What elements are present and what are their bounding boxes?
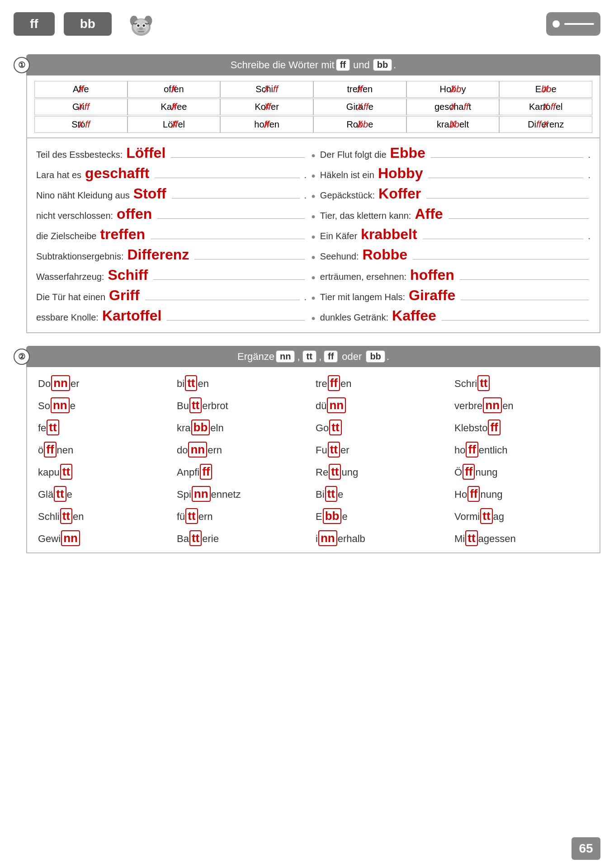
progress-badge <box>546 12 600 36</box>
word-suffix: e <box>338 489 343 500</box>
ex2-word: Schlitten <box>38 508 172 524</box>
word-cell: Ebbe ✗ <box>499 81 592 98</box>
word-suffix: ag <box>493 511 504 523</box>
ex2-word: verbrennen <box>454 397 589 413</box>
top-bar: ff bb <box>0 0 614 48</box>
word-fill: nn <box>192 486 211 502</box>
ex2-word: donnern <box>177 442 311 458</box>
word-grid: Affe ✗ offen ✗ Schiff ✗ treffen ✗ Hobby … <box>26 75 600 138</box>
word-suffix: ern <box>198 511 213 523</box>
word-fill: tt <box>329 464 341 480</box>
answer-row: Die Tür hat einen Griff . ● Tier mit lan… <box>36 287 590 304</box>
word-fill: nn <box>327 397 346 413</box>
word-fill: tt <box>329 420 341 435</box>
word-fill: ff <box>200 464 212 480</box>
word-prefix: Bu <box>177 400 189 412</box>
word-suffix: entlich <box>479 444 508 456</box>
section2-badge-bb: bb <box>366 350 385 363</box>
word-fill: ff <box>466 442 478 458</box>
ex2-word: krabbeln <box>177 420 311 435</box>
ex2-word: treffen <box>316 375 450 391</box>
word-fill: tt <box>60 464 72 480</box>
word-prefix: ö <box>38 444 43 456</box>
ff-button[interactable]: ff <box>14 12 55 36</box>
ex2-word: hoffentlich <box>454 442 589 458</box>
word-prefix: dü <box>316 400 326 412</box>
word-prefix: kra <box>177 422 191 434</box>
section1-badge-bb: bb <box>373 59 392 71</box>
word-prefix: So <box>38 400 50 412</box>
word-prefix: Glä <box>38 489 53 500</box>
word-prefix: Go <box>316 422 329 434</box>
answer-row: Subtraktionsergebnis: Differenz ● Seehun… <box>36 246 590 263</box>
ex2-word: Ebbe <box>316 508 450 524</box>
word-prefix: bi <box>177 378 184 390</box>
word-cell: Griff ✗ <box>34 99 128 115</box>
word-prefix: Bi <box>316 489 325 500</box>
ex2-word: dünn <box>316 397 450 413</box>
word-fill: tt <box>325 486 337 502</box>
raccoon-icon <box>125 8 157 40</box>
ex2-word: Gott <box>316 420 450 435</box>
word-suffix: er <box>340 444 350 456</box>
ex2-word: innerhalb <box>316 530 450 546</box>
word-fill: tt <box>47 420 59 435</box>
word-prefix: ho <box>454 444 465 456</box>
answers-section: Teil des Essbestecks: Löffel ● Der Flut … <box>26 138 600 333</box>
svg-point-9 <box>139 28 143 30</box>
word-cell: Koffer ✗ <box>220 99 313 115</box>
word-fill: nn <box>51 375 70 391</box>
word-fill: bb <box>191 420 210 435</box>
word-prefix: do <box>177 444 188 456</box>
word-prefix: Gewi <box>38 533 61 545</box>
word-prefix: tre <box>316 378 327 390</box>
word-prefix: Klebsto <box>454 422 487 434</box>
ex2-word: fett <box>38 420 172 435</box>
ex2-word: Vormittag <box>454 508 589 524</box>
section1-number: ① <box>14 57 30 73</box>
word-cell: krabbelt ✗ <box>406 116 500 133</box>
word-cell: Hobby ✗ <box>406 81 500 98</box>
word-suffix: erbrot <box>202 400 228 412</box>
word-cell: hoffen ✗ <box>220 116 313 133</box>
section1: ① Schreibe die Wörter mit ff und bb . Af… <box>26 54 600 333</box>
word-row-2: Griff ✗ Kaffee ✗ Koffer ✗ Giraffe ✗ gesc… <box>34 99 592 115</box>
ex2-word: Klebstoff <box>454 420 589 435</box>
word-prefix: Spi <box>177 489 191 500</box>
word-cell: treffen ✗ <box>313 81 406 98</box>
ex2-word: Mittagessen <box>454 530 589 546</box>
word-suffix: e <box>67 489 72 500</box>
word-prefix: Ba <box>177 533 189 545</box>
word-fill: tt <box>465 530 477 546</box>
section2: ② Ergänze nn , tt , ff oder bb . Donnerb… <box>26 346 600 553</box>
word-fill: tt <box>189 530 202 546</box>
word-suffix: nung <box>480 489 502 500</box>
exercise2-body: DonnerbittentreffenSchrittSonneButterbro… <box>26 367 600 553</box>
word-suffix: en <box>340 378 351 390</box>
word-suffix: erie <box>202 533 219 545</box>
word-cell: offen ✗ <box>128 81 221 98</box>
word-prefix: Do <box>38 378 51 390</box>
word-fill: tt <box>185 508 198 524</box>
word-cell: Giraffe ✗ <box>313 99 406 115</box>
answer-row: Teil des Essbestecks: Löffel ● Der Flut … <box>36 145 590 161</box>
ex2-word: Glätte <box>38 486 172 502</box>
section2-badge-nn: nn <box>276 350 295 363</box>
word-prefix: Ö <box>454 467 462 478</box>
answer-row: Nino näht Kleidung aus Stoff . ● Gepäcks… <box>36 185 590 202</box>
word-prefix: Ho <box>454 489 467 500</box>
word-fill: tt <box>60 508 72 524</box>
answer-row: Wasserfahrzeug: Schiff ● erträumen, erse… <box>36 267 590 283</box>
svg-rect-10 <box>138 31 144 33</box>
word-fill: tt <box>477 375 490 391</box>
ex2-word: Futter <box>316 442 450 458</box>
ex2-word: kaputt <box>38 464 172 480</box>
word-suffix: nung <box>475 467 497 478</box>
ex2-word: Sonne <box>38 397 172 413</box>
word-fill: ff <box>328 375 340 391</box>
section1-badge-ff: ff <box>336 59 350 71</box>
bb-button[interactable]: bb <box>64 12 112 36</box>
ex2-word: Bitte <box>316 486 450 502</box>
word-suffix: erhalb <box>338 533 365 545</box>
section2-badge-ff: ff <box>324 350 338 363</box>
